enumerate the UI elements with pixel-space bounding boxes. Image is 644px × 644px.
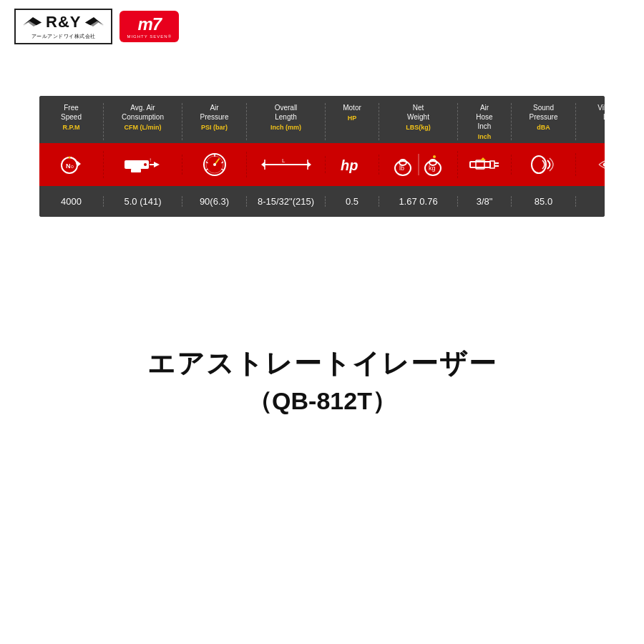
value-air-hose: 3/8" — [458, 196, 512, 207]
value-free-speed: 4000 — [39, 196, 104, 207]
pressure-icon — [202, 152, 228, 177]
air-consumption-icon: ↑ — [124, 155, 162, 175]
motor-icon-cell: hp — [326, 155, 379, 175]
value-overall-length: 8-15/32"(215) — [247, 196, 326, 207]
specs-header-row: FreeSpeed R.P.M Avg. AirConsumption CFM … — [39, 96, 605, 143]
svg-marker-44 — [480, 157, 486, 160]
svg-point-38 — [433, 155, 436, 158]
hose-icon — [469, 155, 500, 175]
left-wing-icon — [23, 17, 43, 27]
svg-line-23 — [206, 169, 208, 170]
specs-table: FreeSpeed R.P.M Avg. AirConsumption CFM … — [39, 96, 605, 217]
ry-logo-text: R&Y — [46, 13, 81, 31]
vibration-icon — [593, 153, 605, 176]
svg-rect-39 — [470, 162, 490, 167]
svg-text:hp: hp — [341, 157, 358, 173]
air-consumption-icon-cell: ↑ — [104, 155, 182, 175]
ry-logo: R&Y アールアンドワイ株式会社 — [14, 9, 112, 44]
col-vibration-level: VibrationLevel m/s² — [576, 103, 605, 140]
svg-text:o: o — [71, 164, 74, 169]
svg-text:kg: kg — [429, 165, 436, 172]
m7-logo-text: m7 — [137, 14, 161, 34]
svg-point-8 — [68, 157, 70, 159]
col-air-hose: AirHoseInch Inch — [458, 103, 512, 140]
product-model: （QB-812T） — [0, 385, 644, 418]
vibration-icon-cell — [576, 153, 605, 176]
weight-icon: lb kg — [393, 151, 444, 178]
svg-text:N: N — [66, 162, 71, 170]
svg-marker-5 — [77, 161, 81, 167]
svg-text:↑: ↑ — [149, 157, 152, 163]
ry-wings: R&Y — [23, 13, 104, 31]
sound-icon — [528, 153, 560, 176]
svg-rect-12 — [131, 169, 141, 172]
col-overall-length: OverallLength Inch (mm) — [247, 103, 326, 140]
rpm-icon-cell: N o — [39, 151, 104, 178]
product-name-ja: エアストレートイレーザー — [0, 346, 644, 382]
col-net-weight: NetWeight LBS(kg) — [379, 103, 458, 140]
length-icon-cell: L — [247, 156, 326, 173]
value-motor: 0.5 — [326, 196, 379, 207]
sound-icon-cell — [512, 153, 576, 176]
col-sound-pressure: SoundPressure dBA — [512, 103, 576, 140]
svg-text:lb: lb — [399, 165, 404, 172]
weight-icon-cell: lb kg — [379, 151, 458, 178]
product-title-area: エアストレートイレーザー （QB-812T） — [0, 346, 644, 418]
value-sound-pressure: 85.0 — [512, 196, 576, 207]
svg-point-45 — [532, 156, 546, 173]
m7-logo: m7 MIGHTY SEVEN® — [119, 11, 179, 42]
svg-point-18 — [213, 163, 216, 166]
m7-logo-sub: MIGHTY SEVEN® — [127, 34, 172, 39]
pressure-icon-cell — [182, 152, 247, 177]
rpm-icon: N o — [57, 151, 87, 178]
ry-logo-sub: アールアンドワイ株式会社 — [31, 33, 96, 40]
motor-icon: hp — [339, 155, 365, 175]
values-row: 4000 5.0 (141) 90(6.3) 8-15/32"(215) 0.5… — [39, 186, 605, 217]
value-air-consumption: 5.0 (141) — [104, 196, 182, 207]
length-icon: L — [261, 156, 311, 173]
header: R&Y アールアンドワイ株式会社 m7 MIGHTY SEVEN® — [0, 0, 644, 53]
right-wing-icon — [84, 17, 104, 27]
col-free-speed: FreeSpeed R.P.M — [39, 103, 104, 140]
svg-line-22 — [221, 169, 223, 170]
col-air-consumption: Avg. AirConsumption CFM (L/min) — [104, 103, 182, 140]
svg-marker-11 — [154, 162, 160, 167]
col-motor: Motor HP — [326, 103, 379, 140]
value-vibration-level: 1.2 — [576, 196, 605, 207]
hose-icon-cell — [458, 155, 512, 175]
icons-row: N o ↑ — [39, 143, 605, 186]
value-air-pressure: 90(6.3) — [182, 196, 247, 207]
col-air-pressure: AirPressure PSI (bar) — [182, 103, 247, 140]
svg-point-13 — [144, 163, 147, 166]
svg-text:L: L — [282, 157, 286, 164]
value-net-weight: 1.67 0.76 — [379, 196, 458, 207]
